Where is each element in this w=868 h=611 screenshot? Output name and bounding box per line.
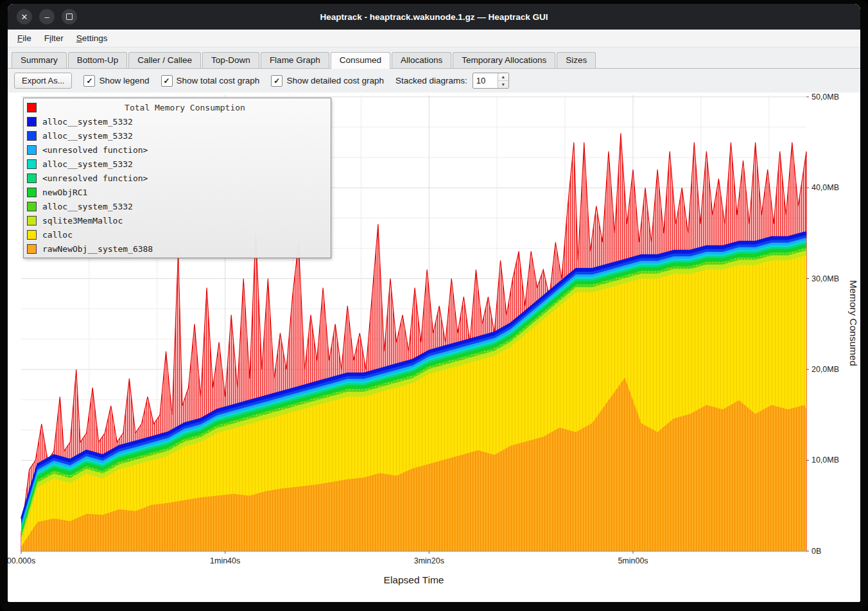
legend-label: alloc__system_5332 — [42, 159, 133, 169]
legend-label: <unresolved function> — [42, 173, 148, 183]
tab-allocations[interactable]: Allocations — [392, 52, 451, 68]
legend-item: alloc__system_5332 — [27, 199, 327, 213]
toolbar: Export As... ✓Show legend✓Show total cos… — [8, 69, 860, 93]
legend-label: <unresolved function> — [42, 145, 148, 155]
stacked-diagrams-label: Stacked diagrams: — [395, 76, 467, 85]
checkbox-label: Show total cost graph — [177, 76, 260, 85]
tab-sizes[interactable]: Sizes — [557, 52, 596, 68]
checkbox-icon[interactable]: ✓ — [161, 75, 173, 87]
checkbox-group: ✓Show legend✓Show total cost graph✓Show … — [83, 75, 384, 87]
tab-summary[interactable]: Summary — [12, 52, 67, 68]
checkbox-icon[interactable]: ✓ — [271, 75, 282, 87]
legend-swatch — [27, 188, 37, 197]
x-tick-label: 5min00s — [618, 556, 648, 565]
y-tick-label: 10,0MB — [812, 456, 839, 465]
legend-swatch — [27, 159, 37, 169]
checkbox-icon[interactable]: ✓ — [83, 75, 95, 87]
menu-settings[interactable]: Settings — [71, 31, 114, 45]
y-tick-label: 0B — [812, 547, 821, 556]
legend-label: alloc__system_5332 — [42, 202, 133, 211]
tab-flame-graph[interactable]: Flame Graph — [261, 52, 329, 68]
legend-item: <unresolved function> — [27, 143, 327, 157]
legend-label: calloc — [42, 230, 73, 240]
y-tick-label: 40,0MB — [812, 183, 839, 192]
legend-title-row: Total Memory Consumption — [27, 100, 327, 114]
legend-label: alloc__system_5332 — [42, 131, 133, 141]
legend-item: sqlite3MemMalloc — [27, 213, 327, 227]
window-frame: ✕ – Heaptrack - heaptrack.wakunode.1.gz … — [0, 0, 868, 611]
window-title: Heaptrack - heaptrack.wakunode.1.gz — He… — [8, 12, 860, 22]
maximize-icon — [66, 13, 73, 20]
menu-filter[interactable]: Filter — [39, 31, 69, 45]
x-tick-label: 00.000s — [8, 556, 35, 565]
checkbox-show-total-cost-graph[interactable]: ✓Show total cost graph — [161, 75, 260, 87]
y-axis-label: Memory Consumed — [848, 280, 859, 366]
legend-swatch — [27, 173, 37, 183]
legend-swatch — [27, 103, 37, 112]
legend-swatch — [27, 244, 37, 254]
tab-caller-callee[interactable]: Caller / Callee — [128, 52, 201, 68]
legend-item: alloc__system_5332 — [27, 128, 327, 143]
y-tick-label: 50,0MB — [812, 93, 839, 102]
checkbox-label: Show legend — [99, 76, 149, 85]
export-as-button[interactable]: Export As... — [14, 73, 72, 89]
x-tick-label: 3min20s — [414, 556, 444, 565]
tab-top-down[interactable]: Top-Down — [202, 52, 259, 68]
legend-item: newObjRC1 — [27, 185, 327, 199]
stacked-diagrams-control: Stacked diagrams: 10 ▲ ▼ — [395, 73, 509, 89]
stacked-diagrams-spinbox[interactable]: 10 ▲ ▼ — [473, 73, 509, 89]
x-axis-label: Elapsed Time — [384, 574, 444, 585]
legend-label: newObjRC1 — [42, 188, 87, 197]
legend-item: rawNewObj__system_6388 — [27, 242, 327, 256]
window-controls: ✕ – — [8, 9, 77, 24]
maximize-button[interactable] — [62, 9, 77, 24]
legend-swatch — [27, 202, 37, 211]
close-button[interactable]: ✕ — [17, 9, 32, 24]
menu-bar: FileFilterSettings — [8, 30, 860, 48]
menu-file[interactable]: File — [12, 31, 37, 45]
spin-up-button[interactable]: ▲ — [498, 73, 508, 80]
legend-item: <unresolved function> — [27, 171, 327, 185]
legend-swatch — [27, 230, 37, 240]
legend-label: sqlite3MemMalloc — [42, 216, 123, 226]
tab-bottom-up[interactable]: Bottom-Up — [68, 52, 128, 68]
titlebar[interactable]: ✕ – Heaptrack - heaptrack.wakunode.1.gz … — [8, 4, 860, 30]
spin-down-button[interactable]: ▼ — [498, 80, 508, 88]
y-tick-label: 30,0MB — [812, 274, 839, 283]
chart-legend: Total Memory Consumptionalloc__system_53… — [23, 98, 331, 258]
legend-label: rawNewObj__system_6388 — [42, 244, 153, 254]
chart-area: 00.000s1min40s3min20s5min00s0B10,0MB20,0… — [8, 93, 860, 602]
x-tick-label: 1min40s — [210, 556, 240, 565]
heaptrack-window: ✕ – Heaptrack - heaptrack.wakunode.1.gz … — [8, 4, 860, 602]
tab-consumed[interactable]: Consumed — [331, 52, 390, 69]
legend-label: alloc__system_5332 — [42, 117, 133, 127]
tab-temporary-allocations[interactable]: Temporary Allocations — [453, 52, 555, 68]
y-tick-label: 20,0MB — [812, 365, 839, 374]
legend-item: calloc — [27, 227, 327, 242]
minimize-button[interactable]: – — [39, 9, 55, 24]
legend-swatch — [27, 131, 37, 141]
checkbox-show-detailed-cost-graph[interactable]: ✓Show detailed cost graph — [271, 75, 384, 87]
stacked-diagrams-value[interactable]: 10 — [473, 73, 498, 88]
tab-bar: SummaryBottom-UpCaller / CalleeTop-DownF… — [8, 48, 860, 69]
spin-buttons: ▲ ▼ — [498, 73, 508, 88]
legend-swatch — [27, 145, 37, 155]
legend-swatch — [27, 216, 37, 226]
legend-title: Total Memory Consumption — [42, 103, 327, 112]
legend-item: alloc__system_5332 — [27, 114, 327, 128]
legend-item: alloc__system_5332 — [27, 157, 327, 171]
legend-swatch — [27, 117, 37, 127]
checkbox-show-legend[interactable]: ✓Show legend — [83, 75, 149, 87]
checkbox-label: Show detailed cost graph — [286, 76, 384, 85]
